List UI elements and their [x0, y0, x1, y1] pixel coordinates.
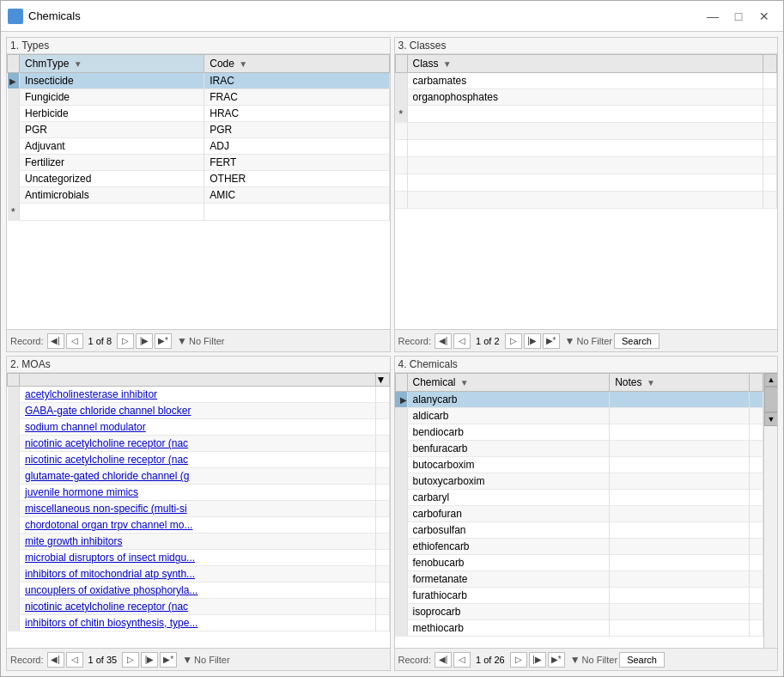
classes-corner [395, 55, 407, 73]
nav-last-button[interactable]: |▶ [141, 652, 158, 668]
chemicals-notes-header[interactable]: Notes ▼ [610, 374, 750, 392]
classes-table: Class ▼ carbamates [395, 54, 778, 209]
table-row[interactable]: fenobucarb [395, 555, 763, 571]
scroll-down-btn[interactable]: ▼ [764, 412, 777, 426]
types-code-header[interactable]: Code ▼ [204, 55, 389, 73]
table-row[interactable]: mite growth inhibitors [8, 534, 390, 550]
chemicals-chemical-header[interactable]: Chemical ▼ [407, 374, 610, 392]
table-row[interactable]: formetanate [395, 571, 763, 588]
table-row[interactable]: inhibitors of chitin biosynthesis, type.… [8, 615, 390, 631]
maximize-button[interactable]: □ [726, 6, 751, 27]
nav-first-button[interactable]: ◀| [47, 652, 64, 668]
table-row[interactable]: nicotinic acetylcholine receptor (nac [8, 436, 390, 452]
table-row[interactable]: acetylcholinesterase inhibitor [8, 387, 390, 403]
table-row[interactable]: carbamates [395, 73, 777, 89]
new-row-marker: * [395, 106, 407, 123]
table-row[interactable]: glutamate-gated chloride channel (g [8, 468, 390, 485]
row-selector [395, 73, 407, 89]
row-selector [395, 441, 407, 457]
nav-prev-button[interactable]: ◁ [453, 333, 471, 349]
row-selector [395, 490, 407, 506]
nav-new-button[interactable]: ▶* [160, 652, 177, 668]
nav-next-button[interactable]: ▷ [505, 333, 522, 349]
table-row[interactable]: carbosulfan [395, 522, 763, 539]
row-selector [395, 571, 407, 588]
table-row[interactable]: nicotinic acetylcholine receptor (nac [8, 599, 390, 615]
row-selector [395, 457, 407, 473]
scroll-up-btn[interactable]: ▲ [764, 373, 777, 387]
classes-class-header[interactable]: Class ▼ [407, 55, 763, 73]
chemicals-table: Chemical ▼ Notes ▼ [395, 373, 764, 637]
nav-first-button[interactable]: ◀| [47, 333, 64, 349]
table-row[interactable]: butocarboxim [395, 457, 763, 473]
table-row[interactable]: PGR PGR [8, 122, 390, 138]
table-row[interactable]: juvenile hormone mimics [8, 485, 390, 501]
table-row[interactable]: butoxycarboxim [395, 473, 763, 490]
table-row[interactable]: furathiocarb [395, 588, 763, 604]
chemicals-scrollbar[interactable]: ▲ ▼ [763, 373, 777, 648]
table-row[interactable]: bendiocarb [395, 424, 763, 441]
table-row[interactable]: ethiofencarb [395, 539, 763, 555]
row-selector: ▶ [8, 73, 20, 89]
nav-last-button[interactable]: |▶ [524, 333, 541, 349]
panel-types: 1. Types ChmType ▼ Code [6, 37, 391, 352]
close-button[interactable]: ✕ [752, 6, 776, 27]
table-row[interactable]: sodium channel modulator [8, 419, 390, 436]
nav-last-button[interactable]: |▶ [529, 652, 546, 668]
table-row[interactable]: Herbicide HRAC [8, 106, 390, 122]
table-row[interactable]: uncouplers of oxidative phosphoryla... [8, 582, 390, 599]
classes-search-button[interactable]: Search [614, 333, 659, 349]
types-chmtype-header[interactable]: ChmType ▼ [20, 55, 204, 73]
table-row-new[interactable]: * [8, 204, 390, 221]
row-selector [8, 436, 20, 452]
table-row[interactable]: Antimicrobials AMIC [8, 187, 390, 204]
table-row[interactable]: Adjuvant ADJ [8, 138, 390, 155]
moas-record-nav: Record: ◀| ◁ 1 of 35 ▷ |▶ ▶* ▼ No Filter [7, 648, 390, 670]
table-row[interactable]: inhibitors of mitochondrial atp synth... [8, 566, 390, 582]
minimize-button[interactable]: — [701, 6, 725, 27]
scroll-thumb[interactable] [764, 387, 777, 412]
nav-last-button[interactable]: |▶ [136, 333, 153, 349]
scroll-track [764, 387, 777, 412]
moas-header[interactable] [20, 374, 376, 387]
nav-next-button[interactable]: ▷ [117, 333, 134, 349]
table-row[interactable]: carbaryl [395, 490, 763, 506]
nav-first-button[interactable]: ◀| [435, 652, 452, 668]
table-row[interactable]: isoprocarb [395, 604, 763, 620]
nav-new-button[interactable]: ▶* [543, 333, 560, 349]
nav-first-button[interactable]: ◀| [435, 333, 452, 349]
nav-next-button[interactable]: ▷ [122, 652, 139, 668]
row-selector [395, 89, 407, 106]
nav-new-button[interactable]: ▶* [548, 652, 565, 668]
table-row[interactable]: microbial disruptors of insect midgu... [8, 550, 390, 566]
nav-new-button[interactable]: ▶* [155, 333, 172, 349]
table-row[interactable]: ▶ Insecticide IRAC [8, 73, 390, 89]
table-row[interactable]: nicotinic acetylcholine receptor (nac [8, 452, 390, 468]
table-row[interactable]: benfuracarb [395, 441, 763, 457]
table-row[interactable]: miscellaneous non-specific (multi-si [8, 501, 390, 517]
table-row-new[interactable]: * [395, 106, 777, 123]
table-row[interactable]: ▶ alanycarb [395, 392, 763, 408]
table-row[interactable]: Fungicide FRAC [8, 89, 390, 106]
code-sort-icon: ▼ [239, 59, 247, 69]
table-row[interactable]: Fertilizer FERT [8, 155, 390, 171]
moas-filter: ▼ No Filter [182, 654, 229, 666]
svg-rect-3 [16, 17, 21, 21]
row-selector [8, 171, 20, 187]
nav-prev-button[interactable]: ◁ [66, 333, 83, 349]
row-selector [395, 473, 407, 490]
table-row[interactable]: methiocarb [395, 620, 763, 637]
table-row[interactable]: carbofuran [395, 506, 763, 522]
table-row[interactable]: aldicarb [395, 408, 763, 424]
table-row[interactable]: organophosphates [395, 89, 777, 106]
nav-prev-button[interactable]: ◁ [66, 652, 83, 668]
nav-prev-button[interactable]: ◁ [453, 652, 471, 668]
svg-rect-1 [16, 11, 21, 15]
row-selector [395, 539, 407, 555]
table-row[interactable]: chordotonal organ trpv channel mo... [8, 517, 390, 534]
nav-next-button[interactable]: ▷ [510, 652, 527, 668]
table-row[interactable]: GABA-gate chloride channel blocker [8, 403, 390, 419]
row-selector [8, 550, 20, 566]
table-row[interactable]: Uncategorized OTHER [8, 171, 390, 187]
chemicals-search-button[interactable]: Search [619, 652, 665, 668]
